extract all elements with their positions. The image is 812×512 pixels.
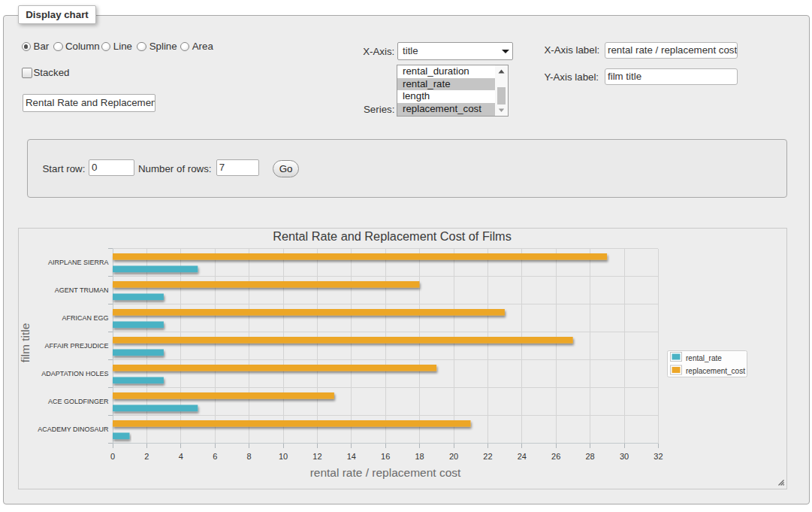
svg-text:AIRPLANE SIERRA: AIRPLANE SIERRA <box>48 259 109 266</box>
svg-text:rental_rate: rental_rate <box>686 354 722 362</box>
svg-text:26: 26 <box>551 452 560 461</box>
svg-text:24: 24 <box>518 452 527 461</box>
svg-text:8: 8 <box>247 452 252 461</box>
svg-text:4: 4 <box>179 452 183 461</box>
svg-text:22: 22 <box>483 452 492 461</box>
svg-text:30: 30 <box>620 452 629 461</box>
svg-text:6: 6 <box>213 452 217 461</box>
svg-text:14: 14 <box>347 452 356 461</box>
svg-text:AFRICAN EGG: AFRICAN EGG <box>62 314 108 322</box>
svg-text:AFFAIR PREJUDICE: AFFAIR PREJUDICE <box>44 342 108 350</box>
svg-text:32: 32 <box>654 452 663 461</box>
svg-text:AGENT TRUMAN: AGENT TRUMAN <box>55 286 109 294</box>
svg-text:18: 18 <box>415 452 424 461</box>
svg-text:28: 28 <box>585 452 594 461</box>
svg-text:10: 10 <box>279 452 288 461</box>
svg-text:film title: film title <box>19 323 32 363</box>
svg-text:replacement_cost: replacement_cost <box>686 367 745 375</box>
svg-text:ADAPTATION HOLES: ADAPTATION HOLES <box>41 370 108 377</box>
svg-text:2: 2 <box>144 452 149 461</box>
svg-text:20: 20 <box>449 452 458 461</box>
svg-text:ACE GOLDFINGER: ACE GOLDFINGER <box>48 398 109 405</box>
svg-text:Rental Rate and Replacement Co: Rental Rate and Replacement Cost of Film… <box>273 229 512 243</box>
svg-text:0: 0 <box>110 452 115 461</box>
svg-text:rental rate / replacement cost: rental rate / replacement cost <box>310 466 461 479</box>
svg-text:12: 12 <box>312 452 321 461</box>
svg-text:16: 16 <box>381 452 390 461</box>
svg-text:ACADEMY DINOSAUR: ACADEMY DINOSAUR <box>38 426 109 433</box>
